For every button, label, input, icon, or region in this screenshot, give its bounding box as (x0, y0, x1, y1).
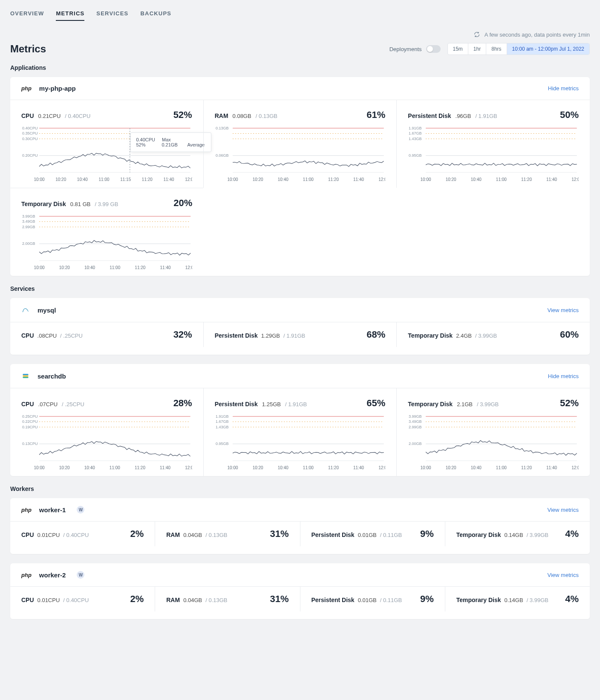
svg-text:12:00: 12:00 (185, 465, 192, 470)
svg-text:10:20: 10:20 (446, 177, 456, 182)
section-workers: Workers (10, 485, 590, 492)
svg-text:11:00: 11:00 (110, 265, 121, 270)
svg-text:10:40: 10:40 (84, 465, 95, 470)
chart-cpu: CPU .07CPU / .25CPU 28%0.25CPU0.22CPU0.1… (10, 388, 203, 476)
svg-text:1.91GB: 1.91GB (409, 126, 422, 130)
worker-name: worker-2 (39, 571, 66, 579)
service-card-mysql: mysql View metricsCPU .08CPU/ .25CPU 32%… (10, 298, 590, 355)
svg-text:2.99GB: 2.99GB (22, 225, 35, 229)
svg-text:0.20CPU: 0.20CPU (22, 153, 38, 158)
refresh-icon[interactable] (473, 31, 480, 38)
chart-value: 0.21CPU (38, 113, 61, 119)
php-icon: php (21, 85, 32, 92)
svg-text:10:40: 10:40 (471, 465, 482, 470)
svg-text:11:20: 11:20 (328, 177, 339, 182)
php-icon: php (21, 572, 32, 578)
chart-percent: 65% (366, 398, 385, 409)
svg-text:11:20: 11:20 (521, 177, 532, 182)
svg-text:11:00: 11:00 (303, 465, 314, 470)
worker-card-worker-2: php worker-2 W View metricsCPU 0.01CPU/ … (10, 563, 590, 619)
refresh-status: A few seconds ago, data points every 1mi… (485, 32, 590, 38)
chart-pdisk: Persistent Disk 1.25GB / 1.91GB 65%1.91G… (203, 388, 397, 476)
svg-text:0.13GB: 0.13GB (216, 126, 229, 130)
svg-text:11:20: 11:20 (521, 465, 532, 470)
chart-tdisk: Temporary Disk 0.81 GB / 3.99 GB 20%3.99… (10, 188, 203, 276)
svg-text:0.19CPU: 0.19CPU (22, 425, 38, 429)
svg-text:11:40: 11:40 (546, 177, 557, 182)
php-icon: php (21, 507, 32, 513)
worker-badge-icon: W (77, 571, 84, 579)
chart-percent: 28% (173, 398, 192, 409)
time-range-option[interactable]: 8hrs (486, 43, 507, 55)
svg-text:10:00: 10:00 (227, 465, 238, 470)
time-range-option[interactable]: 1hr (468, 43, 486, 55)
chart-max: / 1.91GB (475, 113, 497, 119)
svg-text:11:00: 11:00 (303, 177, 314, 182)
view-metrics-link[interactable]: View metrics (548, 507, 579, 513)
hide-metrics-link[interactable]: Hide metrics (548, 85, 579, 92)
summary-cpu: CPU 0.01CPU/ 0.40CPU 2% (21, 587, 144, 611)
view-metrics-link[interactable]: View metrics (548, 572, 579, 578)
service-name: searchdb (38, 373, 66, 380)
chart-value: 0.08GB (233, 113, 251, 119)
chart-title: Persistent Disk (408, 112, 451, 119)
svg-text:0.25CPU: 0.25CPU (22, 415, 38, 419)
svg-text:12:00: 12:00 (378, 177, 386, 182)
tab-services[interactable]: SERVICES (96, 10, 128, 21)
svg-text:1.67GB: 1.67GB (216, 419, 229, 424)
svg-text:11:20: 11:20 (135, 465, 145, 470)
svg-text:1.91GB: 1.91GB (216, 415, 229, 419)
chart-tooltip: 0.40CPUMax 52%0.21GBAverage (130, 132, 211, 152)
svg-text:12:00: 12:00 (378, 465, 386, 470)
svg-text:11:20: 11:20 (142, 177, 153, 182)
svg-text:10:20: 10:20 (446, 465, 456, 470)
chart-percent: 52% (560, 398, 579, 409)
svg-text:10:20: 10:20 (55, 177, 66, 182)
svg-text:10:20: 10:20 (59, 265, 70, 270)
svg-text:10:40: 10:40 (471, 177, 482, 182)
time-range-option[interactable]: 10:00 am - 12:00pm Jul 1, 2022 (507, 43, 589, 55)
svg-text:11:40: 11:40 (546, 465, 557, 470)
svg-text:11:20: 11:20 (328, 465, 339, 470)
svg-text:10:00: 10:00 (421, 177, 431, 182)
app-name: my-php-app (39, 85, 76, 92)
time-range-option[interactable]: 15m (448, 43, 468, 55)
chart-max: / 0.40CPU (65, 113, 90, 119)
svg-text:12:00: 12:00 (571, 177, 579, 182)
tab-overview[interactable]: OVERVIEW (10, 10, 44, 21)
svg-text:12:00: 12:00 (571, 465, 579, 470)
summary-ram: RAM 0.04GB/ 0.13GB 31% (155, 522, 288, 546)
chart-value: 2.1GB (457, 401, 473, 407)
chart-value: .07CPU (38, 401, 58, 407)
chart-percent: 61% (366, 109, 385, 120)
chart-value: 1.25GB (262, 401, 281, 407)
chart-value: .96GB (456, 113, 471, 119)
svg-text:11:40: 11:40 (353, 465, 364, 470)
svg-rect-65 (23, 375, 28, 376)
time-range-picker: 15m1hr8hrs10:00 am - 12:00pm Jul 1, 2022 (447, 43, 590, 55)
svg-text:10:00: 10:00 (34, 265, 45, 270)
svg-text:11:00: 11:00 (99, 177, 110, 182)
svg-text:2.00GB: 2.00GB (22, 241, 35, 246)
toggle-metrics-link[interactable]: View metrics (548, 307, 579, 313)
section-services: Services (10, 285, 590, 292)
tab-metrics[interactable]: METRICS (56, 10, 84, 21)
toggle-metrics-link[interactable]: Hide metrics (548, 373, 579, 379)
svg-text:10:40: 10:40 (84, 265, 95, 270)
chart-title: RAM (215, 112, 228, 119)
svg-text:3.49GB: 3.49GB (22, 219, 35, 224)
tab-backups[interactable]: BACKUPS (140, 10, 171, 21)
svg-text:12:00: 12:00 (185, 177, 192, 182)
chart-percent: 52% (173, 109, 192, 120)
summary-persistent-disk: Persistent Disk 1.29GB/ 1.91GB 68% (203, 322, 386, 347)
svg-text:3.49GB: 3.49GB (409, 419, 422, 424)
chart-title: Temporary Disk (21, 201, 66, 207)
toggle-switch-icon[interactable] (426, 45, 441, 53)
worker-name: worker-1 (39, 506, 66, 514)
svg-text:0.13CPU: 0.13CPU (22, 442, 38, 446)
svg-text:10:40: 10:40 (277, 177, 288, 182)
svg-rect-64 (23, 374, 28, 375)
section-applications: Applications (10, 64, 590, 71)
summary-temporary-disk: Temporary Disk 0.14GB/ 3.99GB 4% (445, 522, 579, 546)
deployments-toggle[interactable]: Deployments (389, 45, 441, 53)
